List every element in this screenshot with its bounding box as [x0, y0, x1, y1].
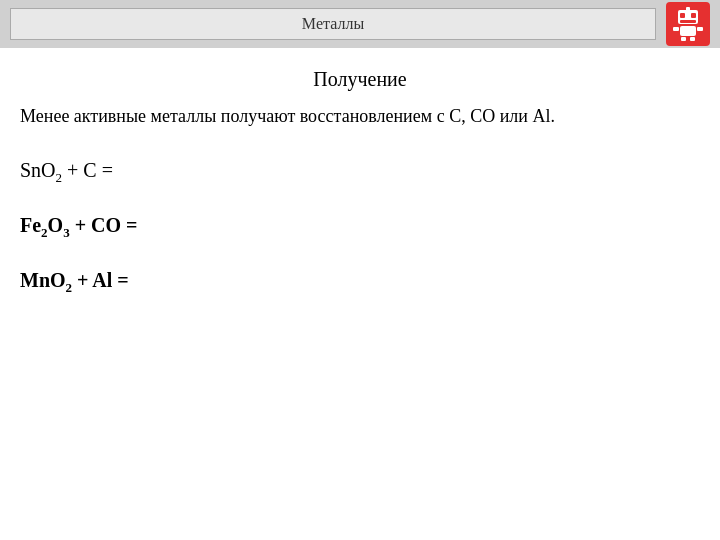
equation-3: MnO2 + Al =: [20, 264, 700, 299]
eq2-sub3: 3: [63, 225, 70, 240]
header-title: Металлы: [10, 8, 656, 40]
svg-rect-4: [680, 20, 696, 23]
svg-rect-5: [680, 26, 696, 36]
eq1-sub2: 2: [56, 170, 63, 185]
equation-2: Fe2O3 + CO =: [20, 209, 700, 244]
robot-icon: [670, 6, 706, 42]
equation-1: SnO2 + C =: [20, 154, 700, 189]
svg-rect-2: [680, 13, 685, 18]
eq2-sub2: 2: [41, 225, 48, 240]
main-content: Получение Менее активные металлы получаю…: [0, 48, 720, 540]
section-title: Получение: [20, 68, 700, 91]
intro-text: Менее активные металлы получают восстано…: [20, 103, 700, 130]
header: Металлы: [0, 0, 720, 48]
svg-rect-1: [686, 7, 690, 11]
eq2-fe2o3: Fe2O3 + CO =: [20, 214, 137, 236]
svg-rect-9: [690, 37, 695, 41]
title-text: Металлы: [302, 15, 364, 32]
svg-rect-7: [697, 27, 703, 31]
eq3-mno2: MnO2 + Al =: [20, 269, 129, 291]
app-icon[interactable]: [666, 2, 710, 46]
eq2-equals: =: [126, 214, 137, 236]
svg-rect-3: [691, 13, 696, 18]
eq1-sno2: SnO2 + C =: [20, 159, 113, 181]
svg-rect-8: [681, 37, 686, 41]
eq3-sub2: 2: [66, 280, 73, 295]
svg-rect-6: [673, 27, 679, 31]
